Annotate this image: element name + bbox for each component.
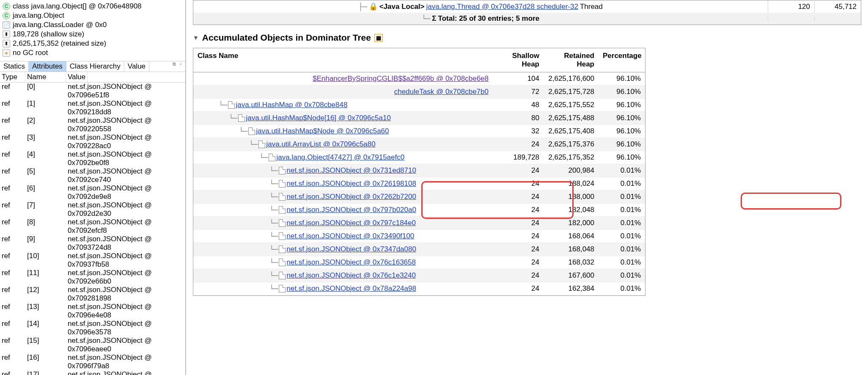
tab-class-hierarchy[interactable]: Class Hierarchy [66, 61, 124, 72]
dominator-row[interactable]: └─java.lang.Object[47427] @ 0x7915aefc01… [193, 151, 645, 164]
class-link[interactable]: java.util.HashMap @ 0x708cbe848 [236, 101, 347, 109]
col-name[interactable]: Name [25, 72, 66, 82]
retained-heap-value: 167,600 [544, 269, 599, 282]
tab-statics[interactable]: Statics [0, 61, 29, 72]
percentage-value: 0.01% [599, 243, 645, 256]
dominator-row[interactable]: └─java.util.HashMap$Node @ 0x7096c5a6032… [193, 125, 645, 138]
attribute-row[interactable]: ref[15]net.sf.json.JSONObject @ 0x7096ea… [0, 336, 185, 353]
percentage-value: 96.10% [599, 112, 645, 124]
class-link[interactable]: java.util.HashMap$Node[16] @ 0x7096c5a10 [246, 114, 390, 122]
class-link[interactable]: cheduleTask @ 0x708cbe7b0 [394, 88, 489, 96]
percentage-value: 0.01% [599, 164, 645, 177]
attribute-row[interactable]: ref[13]net.sf.json.JSONObject @ 0x7096e4… [0, 303, 185, 320]
shallow-heap-value: 80 [493, 112, 544, 124]
attributes-body[interactable]: ref[0]net.sf.json.JSONObject @ 0x7096e51… [0, 83, 185, 375]
attribute-row[interactable]: ref[3]net.sf.json.JSONObject @ 0x709228a… [0, 133, 185, 150]
dominator-row[interactable]: └─net.sf.json.JSONObject @ 0x797b020a024… [193, 204, 645, 217]
attr-name: [13] [27, 303, 68, 320]
class-link[interactable]: net.sf.json.JSONObject @ 0x731ed8710 [286, 166, 416, 175]
page-icon [248, 127, 255, 135]
dominator-row[interactable]: └─java.util.HashMap @ 0x708cbe848482,625… [193, 99, 645, 112]
dominator-row[interactable]: └─net.sf.json.JSONObject @ 0x73490f10024… [193, 230, 645, 243]
dominator-row[interactable]: └─net.sf.json.JSONObject @ 0x797c184e024… [193, 217, 645, 230]
col-retained-heap[interactable]: Retained Heap [544, 48, 599, 72]
dominator-row[interactable]: └─net.sf.json.JSONObject @ 0x731ed871024… [193, 164, 645, 177]
collapse-triangle-icon[interactable]: ▼ [193, 34, 199, 41]
tree-connector-icon: └─ [239, 127, 247, 135]
attr-type: ref [2, 286, 27, 303]
attribute-row[interactable]: ref[0]net.sf.json.JSONObject @ 0x7096e51… [0, 83, 185, 99]
attribute-row[interactable]: ref[11]net.sf.json.JSONObject @ 0x7092e6… [0, 269, 185, 286]
class-link[interactable]: net.sf.json.JSONObject @ 0x797b020a0 [286, 206, 416, 214]
attribute-row[interactable]: ref[10]net.sf.json.JSONObject @ 0x70937f… [0, 252, 185, 269]
attribute-row[interactable]: ref[12]net.sf.json.JSONObject @ 0x709281… [0, 286, 185, 303]
attr-value: net.sf.json.JSONObject @ 0x7096e51f8 [68, 83, 184, 99]
col-type[interactable]: Type [0, 72, 25, 82]
class-link[interactable]: java.util.HashMap$Node @ 0x7096c5a60 [256, 127, 389, 135]
inspector-tabs: Statics Attributes Class Hierarchy Value… [0, 61, 185, 72]
top-summary-box: ├─ 🔒 <Java Local> java.lang.Thread @ 0x7… [193, 0, 861, 25]
shallow-heap-value: 24 [493, 269, 544, 282]
dominator-row[interactable]: └─net.sf.json.JSONObject @ 0x72619810824… [193, 177, 645, 190]
thread-link[interactable]: java.lang.Thread @ 0x706e37d28 scheduler… [426, 3, 578, 11]
dominator-row[interactable]: └─net.sf.json.JSONObject @ 0x78a224a9824… [193, 282, 645, 295]
inspector-line: 189,728 (shallow size) [13, 30, 84, 39]
retained-heap-value: 168,048 [544, 243, 599, 256]
shallow-heap-value: 24 [493, 164, 544, 177]
attribute-row[interactable]: ref[9]net.sf.json.JSONObject @ 0x7093724… [0, 235, 185, 252]
top-row-thread: ├─ 🔒 <Java Local> java.lang.Thread @ 0x7… [193, 0, 861, 13]
dominator-row[interactable]: └─net.sf.json.JSONObject @ 0x7262b720024… [193, 190, 645, 204]
section-action-icon[interactable]: ▦ [374, 34, 383, 42]
attr-name: [0] [27, 83, 68, 99]
top-val1-empty [768, 17, 814, 20]
attribute-row[interactable]: ref[16]net.sf.json.JSONObject @ 0x7096f7… [0, 353, 185, 370]
attribute-row[interactable]: ref[17]net.sf.json.JSONObject @ 0x709710… [0, 370, 185, 375]
attr-value: net.sf.json.JSONObject @ 0x709710aa0 [68, 370, 184, 375]
shallow-heap-value: 32 [493, 125, 544, 138]
col-shallow-heap[interactable]: Shallow Heap [493, 48, 544, 72]
attribute-row[interactable]: ref[8]net.sf.json.JSONObject @ 0x7092efc… [0, 218, 185, 235]
class-link[interactable]: $EnhancerBySpringCGLIB$$a2ff669b @ 0x708… [313, 74, 489, 83]
class-link[interactable]: net.sf.json.JSONObject @ 0x726198108 [286, 179, 416, 188]
attribute-row[interactable]: ref[2]net.sf.json.JSONObject @ 0x7092205… [0, 116, 185, 133]
retained-icon: ⬍ [3, 40, 10, 47]
col-value[interactable]: Value [66, 72, 88, 82]
attribute-row[interactable]: ref[6]net.sf.json.JSONObject @ 0x7092de9… [0, 184, 185, 201]
attribute-row[interactable]: ref[4]net.sf.json.JSONObject @ 0x7092be0… [0, 150, 185, 167]
attribute-row[interactable]: ref[1]net.sf.json.JSONObject @ 0x709218d… [0, 99, 185, 116]
class-link[interactable]: net.sf.json.JSONObject @ 0x73490f100 [286, 232, 414, 240]
panel-menu-icons[interactable]: ⧉ ▫ [173, 61, 183, 67]
dominator-row[interactable]: cheduleTask @ 0x708cbe7b0722,625,175,728… [193, 85, 645, 99]
attr-type: ref [2, 252, 27, 269]
attribute-row[interactable]: ref[7]net.sf.json.JSONObject @ 0x7092d2e… [0, 201, 185, 218]
page-icon [228, 101, 235, 109]
tab-value[interactable]: Value [124, 61, 149, 72]
class-link[interactable]: net.sf.json.JSONObject @ 0x76c163658 [286, 258, 415, 267]
attr-type: ref [2, 99, 27, 116]
class-link[interactable]: java.util.ArrayList @ 0x7096c5a80 [266, 140, 375, 149]
class-link[interactable]: net.sf.json.JSONObject @ 0x797c184e0 [286, 219, 415, 227]
dominator-row[interactable]: └─java.util.HashMap$Node[16] @ 0x7096c5a… [193, 112, 645, 125]
percentage-value: 0.01% [599, 217, 645, 229]
attribute-row[interactable]: ref[14]net.sf.json.JSONObject @ 0x7096e3… [0, 320, 185, 336]
sigma-icon: Σ [432, 14, 436, 23]
class-link[interactable]: net.sf.json.JSONObject @ 0x76c1e3240 [286, 271, 415, 280]
top-val1: 120 [768, 1, 814, 13]
dominator-row[interactable]: └─java.util.ArrayList @ 0x7096c5a80242,6… [193, 138, 645, 151]
class-link[interactable]: net.sf.json.JSONObject @ 0x7347da080 [286, 245, 416, 254]
inspector-lines: Cclass java.lang.Object[] @ 0x706e48908 … [0, 0, 185, 59]
col-class-name[interactable]: Class Name [193, 48, 493, 72]
section-header[interactable]: ▼ Accumulated Objects in Dominator Tree … [193, 33, 861, 43]
dominator-row[interactable]: └─net.sf.json.JSONObject @ 0x76c1e324024… [193, 269, 645, 282]
dominator-row[interactable]: └─net.sf.json.JSONObject @ 0x7347da08024… [193, 243, 645, 256]
class-link[interactable]: net.sf.json.JSONObject @ 0x7262b7200 [286, 193, 416, 201]
inspector-line: no GC root [13, 49, 48, 57]
attr-type: ref [2, 167, 27, 184]
dominator-row[interactable]: $EnhancerBySpringCGLIB$$a2ff669b @ 0x708… [193, 72, 645, 85]
tab-attributes[interactable]: Attributes [29, 61, 66, 72]
attribute-row[interactable]: ref[5]net.sf.json.JSONObject @ 0x7092ce7… [0, 167, 185, 184]
class-link[interactable]: java.lang.Object[47427] @ 0x7915aefc0 [276, 153, 404, 162]
dominator-row[interactable]: └─net.sf.json.JSONObject @ 0x76c16365824… [193, 256, 645, 269]
class-link[interactable]: net.sf.json.JSONObject @ 0x78a224a98 [286, 284, 416, 293]
col-percentage[interactable]: Percentage [599, 48, 645, 72]
